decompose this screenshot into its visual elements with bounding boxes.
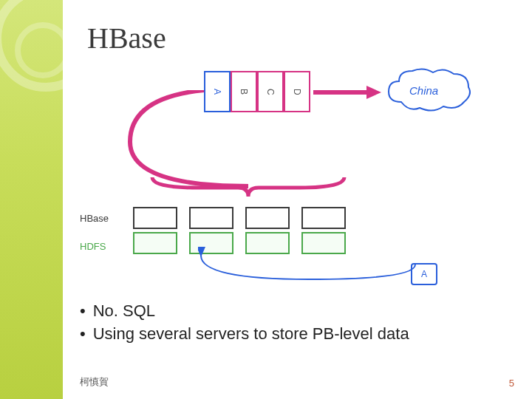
hdfs-node [245,232,290,254]
key-box-0: A [204,71,231,112]
hbase-row [133,207,346,229]
list-item: • Using several servers to store PB-leve… [80,323,409,346]
cloud-shape: China [383,65,476,118]
decorative-sidebar [0,0,63,399]
key-box-1: B [231,71,257,112]
hbase-node [245,207,290,229]
bullet-text: No. SQL [93,300,155,323]
hbase-diagram: A B C D China HBase HDFS [80,65,479,287]
hbase-node [133,207,177,229]
hdfs-node [189,232,233,254]
hbase-node [189,207,233,229]
brace-icon [145,174,352,201]
hdfs-row [133,232,346,254]
page-title: HBase [87,21,166,55]
top-key-boxes: A B C D [204,71,310,112]
bullet-dot-icon: • [80,300,86,323]
hdfs-node [133,232,177,254]
bullet-dot-icon: • [80,323,86,346]
hbase-label: HBase [80,213,109,224]
cloud-label: China [409,84,438,97]
footer-author: 柯慎賀 [80,375,109,389]
hbase-node [301,207,346,229]
arrow-right-icon [313,87,381,98]
bullet-text: Using several servers to store PB-level … [93,323,409,346]
hdfs-node [301,232,346,254]
key-box-3: D [284,71,310,112]
page-number: 5 [509,378,514,389]
detail-box: A [411,263,437,285]
bullet-list: • No. SQL • Using several servers to sto… [80,300,409,346]
hdfs-label: HDFS [80,241,106,252]
list-item: • No. SQL [80,300,409,323]
key-box-2: C [257,71,284,112]
